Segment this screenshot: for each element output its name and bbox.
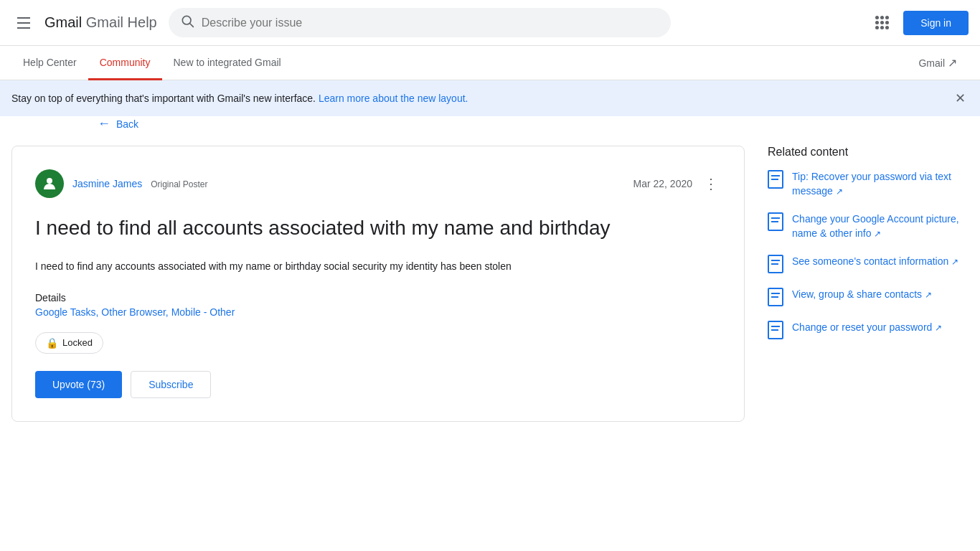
post-actions: Upvote (73) Subscribe <box>35 371 721 398</box>
external-icon-1: ↗ <box>836 186 843 196</box>
lock-icon: 🔒 <box>46 337 58 349</box>
search-icon <box>180 14 194 32</box>
gmail-link-label: Gmail <box>918 57 945 69</box>
related-title: Related content <box>768 146 969 159</box>
article-icon-2 <box>768 212 783 231</box>
app-logo: Gmail Gmail Help <box>44 14 157 31</box>
search-input[interactable] <box>202 17 659 29</box>
post-card: Jasmine James Original Poster Mar 22, 20… <box>11 146 745 422</box>
related-item-text-5: Change or reset your password ↗ <box>792 321 942 335</box>
tab-help-center[interactable]: Help Center <box>11 47 88 80</box>
tab-community[interactable]: Community <box>88 47 162 80</box>
content-wrapper: Jasmine James Original Poster Mar 22, 20… <box>11 146 969 422</box>
post-tags: Google Tasks, Other Browser, Mobile - Ot… <box>35 306 721 318</box>
tag-separator-2: , <box>166 306 171 318</box>
external-link-icon: ↗ <box>948 56 957 70</box>
upvote-button[interactable]: Upvote (73) <box>35 371 122 398</box>
header-left: Gmail Gmail Help <box>11 11 157 34</box>
related-sidebar: Related content Tip: Recover your passwo… <box>768 146 969 422</box>
banner-close-icon[interactable]: ✕ <box>952 88 969 109</box>
back-arrow-icon: ← <box>98 116 110 131</box>
related-item-3[interactable]: See someone's contact information ↗ <box>768 255 969 273</box>
back-button[interactable]: ← Back <box>98 116 969 131</box>
subscribe-button[interactable]: Subscribe <box>131 371 211 398</box>
related-item-2[interactable]: Change your Google Account picture, name… <box>768 212 969 240</box>
svg-line-1 <box>189 24 193 27</box>
article-icon-5 <box>768 321 783 339</box>
post-title: I need to find all accounts associated w… <box>35 215 721 241</box>
post-body-text: I need to find any accounts associated w… <box>35 258 721 274</box>
header-right: Sign in <box>870 10 969 35</box>
header: Gmail Gmail Help Sign in <box>0 0 980 46</box>
hamburger-menu-icon[interactable] <box>11 11 36 34</box>
post-date: Mar 22, 2020 <box>633 178 693 189</box>
article-icon-3 <box>768 255 783 273</box>
related-item-4[interactable]: View, group & share contacts ↗ <box>768 288 969 306</box>
article-icon-4 <box>768 288 783 306</box>
details-label: Details <box>35 292 721 303</box>
banner-link[interactable]: Learn more about the new layout. <box>319 93 468 104</box>
sign-in-button[interactable]: Sign in <box>903 11 969 35</box>
article-icon-1 <box>768 170 783 189</box>
tab-new-to-gmail[interactable]: New to integrated Gmail <box>162 47 293 80</box>
locked-badge: 🔒 Locked <box>35 332 103 354</box>
external-icon-2: ↗ <box>874 229 881 239</box>
search-bar <box>169 8 671 37</box>
locked-label: Locked <box>62 337 93 348</box>
svg-point-2 <box>47 178 52 184</box>
author-info: Jasmine James Original Poster <box>72 178 208 189</box>
author-badge: Original Poster <box>151 179 207 189</box>
nav-tabs: Help Center Community New to integrated … <box>0 46 980 80</box>
post-meta: Mar 22, 2020 ⋮ <box>633 172 722 195</box>
related-item-text-4: View, group & share contacts ↗ <box>792 288 932 302</box>
external-icon-4: ↗ <box>925 290 932 300</box>
tag-mobile-other[interactable]: Mobile - Other <box>171 306 235 318</box>
google-apps-icon[interactable] <box>870 10 895 35</box>
related-item-text-3: See someone's contact information ↗ <box>792 255 958 269</box>
related-item-text-2: Change your Google Account picture, name… <box>792 212 969 240</box>
external-icon-5: ↗ <box>935 323 942 333</box>
related-item-5[interactable]: Change or reset your password ↗ <box>768 321 969 339</box>
page-body: ← Back Jasmine James Original Poster <box>0 116 980 422</box>
external-icon-3: ↗ <box>951 257 958 267</box>
author-name[interactable]: Jasmine James <box>72 178 142 189</box>
related-item-text-1: Tip: Recover your password via text mess… <box>792 170 969 198</box>
tag-google-tasks[interactable]: Google Tasks <box>35 306 96 318</box>
info-banner: Stay on top of everything that's importa… <box>0 80 980 116</box>
banner-text: Stay on top of everything that's importa… <box>11 93 468 104</box>
related-item-1[interactable]: Tip: Recover your password via text mess… <box>768 170 969 198</box>
author-avatar <box>35 169 64 198</box>
more-options-icon[interactable]: ⋮ <box>701 172 721 195</box>
gmail-external-link[interactable]: Gmail ↗ <box>907 46 969 80</box>
post-author: Jasmine James Original Poster <box>35 169 208 198</box>
tag-other-browser[interactable]: Other Browser <box>101 306 165 318</box>
post-header: Jasmine James Original Poster Mar 22, 20… <box>35 169 721 198</box>
